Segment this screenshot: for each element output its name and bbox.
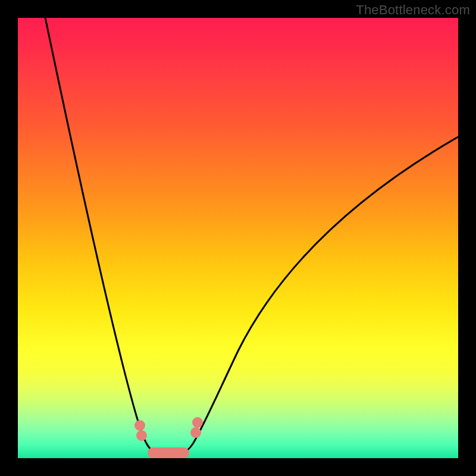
curve-layer bbox=[18, 18, 458, 458]
marker-valley-bar bbox=[148, 447, 189, 458]
marker-dot-right-lower bbox=[190, 427, 201, 438]
curve-left-branch bbox=[44, 18, 146, 442]
curve-right-branch bbox=[193, 137, 458, 444]
watermark-text: TheBottleneck.com bbox=[356, 2, 470, 18]
marker-dot-left-upper bbox=[134, 420, 145, 431]
marker-dot-right-upper bbox=[192, 417, 203, 428]
chart-plot-area bbox=[18, 18, 458, 458]
marker-dot-left-lower bbox=[136, 430, 147, 441]
